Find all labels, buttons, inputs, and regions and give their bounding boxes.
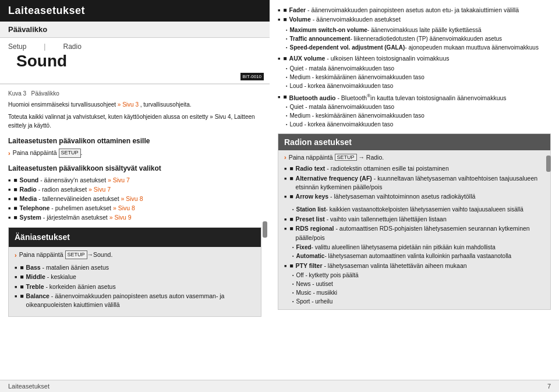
list-item: Speed-dependent vol. adjustment (GALA) -…: [286, 44, 551, 52]
list-item-aux: ■ AUX volume - ulkoisen lähteen toistosi…: [278, 54, 551, 63]
footer-bar: Laiteasetukset 7: [0, 380, 559, 392]
left-panel: Laiteasetukset Päävalikko Setup | Radio …: [0, 0, 270, 392]
list-item: Traffic announcement - liikenneradiotied…: [286, 35, 551, 43]
arrow-3: →: [357, 154, 366, 161]
radion-list: ■ Radio text - radiotekstin ottaminen es…: [284, 164, 544, 201]
setup-key-3[interactable]: SETUP: [335, 154, 357, 161]
aaniasetukset-section: Ääniasetukset › Paina näppäintä SETUP → …: [8, 227, 261, 317]
aaniasetukset-paina: › Paina näppäintä SETUP → Sound.: [15, 250, 255, 260]
list-item: Loud - korkea äänenvoimakkuuden taso: [286, 82, 551, 90]
list-item: ■ Preset list - vaihto vain tallennettuj…: [284, 215, 544, 224]
radion-paina: › Paina näppäintä SETUP → Radio.: [284, 154, 544, 161]
setup-radio-row: Setup | Radio: [8, 43, 261, 51]
list-item: ■ Alternative frequency (AF) - kuunnelta…: [284, 174, 544, 192]
left-main-content: Kuva 3 Päävalikko Huomioi ensimmäiseksi …: [0, 84, 270, 322]
page-header: Laiteasetukset: [0, 0, 270, 22]
list-item-bt: ■ Bluetooth audio - Bluetooth®in kautta …: [278, 93, 551, 103]
bt-sub-list: Quiet - matala äänenvoimakkuuden taso Me…: [286, 103, 551, 129]
rds-sub: Fixed - valittu alueellinen lähetysasema…: [292, 243, 544, 260]
bit-badge: BIT-0010: [240, 73, 264, 80]
subheader-title: Päävalikko: [8, 25, 47, 34]
radio-label[interactable]: Radio: [63, 43, 81, 51]
list-item: Quiet - matala äänenvoimakkuuden taso: [286, 65, 551, 73]
list-item: ■ Radio text - radiotekstin ottaminen es…: [284, 164, 544, 173]
chevron-icon: ›: [8, 149, 10, 158]
list-item: Medium - keskimääräinen äänenvoimakkuude…: [286, 73, 551, 82]
turvallisuus-text: , turvallisuusohjeita.: [140, 101, 192, 108]
pty-sub: Off - kytketty pois päältä News - uutise…: [292, 271, 544, 306]
list-item: News - uutiset: [292, 280, 544, 288]
setup-key-1[interactable]: SETUP: [59, 149, 81, 158]
sound-title: Sound: [8, 53, 261, 72]
chevron-icon-2: ›: [15, 250, 17, 260]
radion-asetukset-section: Radion asetukset › Paina näppäintä SETUP…: [278, 133, 551, 310]
sound-title-area: Setup | Radio Sound BIT-0010: [0, 38, 270, 84]
right-scroll-indicator: [546, 156, 551, 172]
chevron-icon-3: ›: [284, 154, 286, 161]
list-item: ■ Middle - keskialue: [15, 273, 255, 281]
separator: |: [44, 43, 45, 51]
huomioi-line: Huomioi ensimmäiseksi turvallisuusohjeet…: [8, 100, 261, 109]
list-item: ■ Balance - äänenvoimakkuuden painopiste…: [15, 292, 255, 309]
list-item: ■ Bass - matalien äänien asetus: [15, 263, 255, 272]
header-title: Laiteasetukset: [8, 5, 85, 16]
list-item: Quiet - matala äänenvoimakkuuden taso: [286, 103, 551, 111]
list-item: Fixed - valittu alueellinen lähetysasema…: [292, 243, 544, 252]
radio-label-3: Radio.: [366, 154, 384, 161]
huomioi-text: Huomioi ensimmäiseksi turvallisuusohjeet: [8, 101, 116, 108]
right-panel: ■ Fader - äänenvoimakkuuden painopisteen…: [270, 0, 559, 392]
aaniasetukset-list: ■ Bass - matalien äänien asetus ■ Middle…: [15, 263, 255, 309]
setup-key-2[interactable]: SETUP: [65, 250, 87, 260]
list-item: ■ RDS regional - automaattisen RDS-pohja…: [284, 224, 544, 242]
preset-list: ■ Preset list - vaihto vain tallennettuj…: [284, 215, 544, 242]
subheader: Päävalikko: [0, 22, 270, 38]
list-item: Maximum switch-on volume - äänenvoimakku…: [286, 26, 551, 34]
list-item: ■ Sound - äänensävy'n asetukset » Sivu 7: [8, 176, 261, 185]
list-item: Automatic - lähetysaseman automaattinen …: [292, 252, 544, 260]
list-item: ■ Radio - radion asetukset » Sivu 7: [8, 185, 261, 194]
right-panel-inner: ■ Fader - äänenvoimakkuuden painopisteen…: [278, 6, 551, 380]
fader-list: ■ Fader - äänenvoimakkuuden painopisteen…: [278, 6, 551, 24]
menu-list: ■ Sound - äänensävy'n asetukset » Sivu 7…: [8, 176, 261, 223]
radion-paina-text: Paina näppäintä: [289, 154, 333, 161]
list-item: ■ PTY filter - lähetysaseman valinta läh…: [284, 262, 544, 270]
footer-page: 7: [547, 383, 551, 390]
period-1: .: [81, 149, 83, 158]
list-item-fader: ■ Fader - äänenvoimakkuuden painopisteen…: [278, 6, 551, 15]
paavalikon-paina: › Paina näppäintä SETUP.: [8, 149, 261, 158]
aux-list: ■ AUX volume - ulkoisen lähteen toistosi…: [278, 54, 551, 63]
list-item: Sport - urheilu: [292, 298, 544, 306]
setup-label[interactable]: Setup: [8, 43, 26, 51]
left-scroll-indicator: [263, 221, 267, 238]
pty-list: ■ PTY filter - lähetysaseman valinta läh…: [284, 262, 544, 270]
sound-label: Sound.: [93, 250, 112, 260]
volume-sub-list: Maximum switch-on volume - äänenvoimakku…: [286, 26, 551, 52]
aaniasetukset-title: Ääniasetukset: [9, 228, 261, 247]
arrow-text: →: [87, 250, 94, 260]
bluetooth-list: ■ Bluetooth audio - Bluetooth®in kautta …: [278, 93, 551, 103]
list-item: ■ Arrow keys - lähetysaseman vaihtotoimi…: [284, 192, 544, 201]
paavalikon-paina-text: Paina näppäintä: [13, 149, 57, 158]
aux-sub-list: Quiet - matala äänenvoimakkuuden taso Me…: [286, 65, 551, 90]
list-item: ■ System - järjestelmän asetukset » Sivu…: [8, 213, 261, 222]
list-item: ■ Telephone - puhelimen asetukset » Sivu…: [8, 204, 261, 213]
kuva-line: Kuva 3 Päävalikko: [8, 89, 261, 98]
sivu3-link[interactable]: » Sivu 3: [118, 101, 139, 108]
list-item: Music - musiikki: [292, 289, 544, 297]
list-item: Station list - kaikkien vastaanottokelpo…: [292, 206, 544, 214]
kuva-label: Kuva 3: [8, 90, 26, 97]
list-item: ■ Media - tallennevälineiden asetukset »…: [8, 195, 261, 203]
list-item: ■ Treble - korkeiden äänien asetus: [15, 282, 255, 291]
list-item: Off - kytketty pois päältä: [292, 271, 544, 280]
kuva-text: Päävalikko: [31, 90, 59, 97]
list-item-volume: ■ Volume - äänenvoimakkuuden asetukset: [278, 15, 551, 24]
radion-title: Radion asetukset: [278, 134, 550, 150]
sisaltyy-title: Laiteasetusten päävalikkoon sisältyvät v…: [8, 163, 261, 174]
paavalikon-title: Laiteasetusten päävalikon ottaminen esil…: [8, 136, 261, 146]
station-sub: Station list - kaikkien vastaanottokelpo…: [292, 206, 544, 214]
toteuta-line: Toteuta kaikki valinnat ja vahvistukset,…: [8, 112, 261, 130]
list-item: Loud - korkea äänenvoimakkuuden taso: [286, 121, 551, 129]
list-item: Medium - keskimääräinen äänenvoimakkuude…: [286, 112, 551, 120]
footer-label: Laiteasetukset: [8, 383, 49, 390]
paina-text: Paina näppäintä: [19, 250, 63, 260]
